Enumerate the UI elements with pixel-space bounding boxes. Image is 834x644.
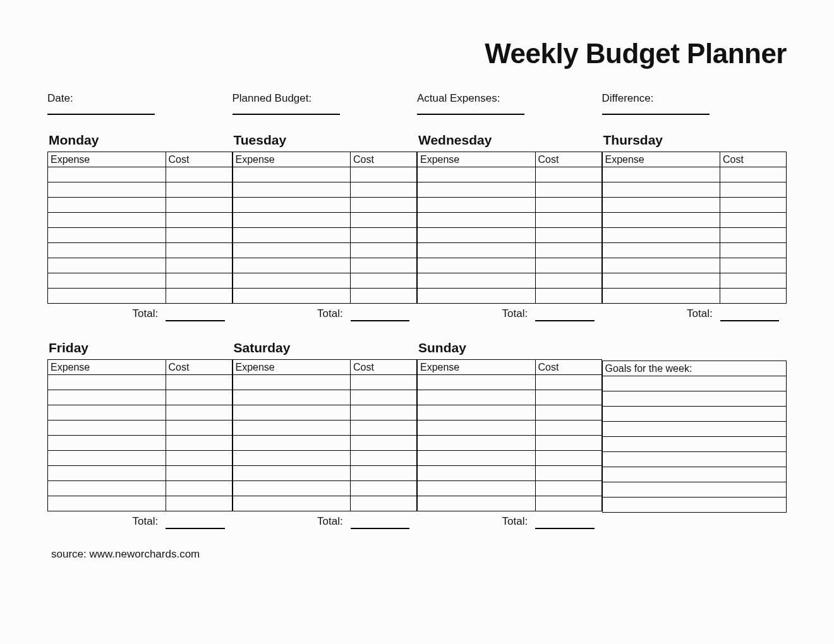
expense-cell[interactable] (602, 228, 720, 243)
expense-cell[interactable] (233, 390, 351, 405)
expense-cell[interactable] (418, 420, 536, 436)
expense-cell[interactable] (418, 213, 536, 228)
cost-cell[interactable] (166, 496, 232, 511)
expense-cell[interactable] (602, 258, 720, 273)
cost-cell[interactable] (351, 273, 417, 289)
cost-cell[interactable] (166, 273, 232, 289)
cost-cell[interactable] (166, 436, 232, 451)
cost-cell[interactable] (166, 228, 232, 243)
expense-cell[interactable] (233, 466, 351, 481)
total-underline[interactable] (535, 528, 595, 529)
expense-cell[interactable] (602, 289, 720, 304)
expense-cell[interactable] (602, 213, 720, 228)
total-underline[interactable] (166, 320, 225, 321)
expense-cell[interactable] (418, 273, 536, 289)
expense-cell[interactable] (48, 481, 166, 496)
cost-cell[interactable] (720, 243, 787, 258)
cost-cell[interactable] (535, 243, 601, 258)
cost-cell[interactable] (720, 289, 787, 304)
expense-cell[interactable] (418, 451, 536, 466)
cost-cell[interactable] (166, 466, 232, 481)
expense-cell[interactable] (233, 451, 351, 466)
expense-cell[interactable] (418, 466, 536, 481)
expense-cell[interactable] (233, 420, 351, 436)
cost-cell[interactable] (351, 375, 417, 390)
cost-cell[interactable] (535, 481, 601, 496)
expense-cell[interactable] (233, 243, 351, 258)
cost-cell[interactable] (351, 405, 417, 420)
cost-cell[interactable] (720, 198, 787, 213)
expense-cell[interactable] (418, 375, 536, 390)
expense-cell[interactable] (418, 258, 536, 273)
cost-cell[interactable] (351, 213, 417, 228)
cost-cell[interactable] (535, 496, 601, 511)
expense-cell[interactable] (48, 182, 166, 198)
expense-cell[interactable] (233, 436, 351, 451)
expense-cell[interactable] (418, 289, 536, 304)
difference-underline[interactable] (602, 114, 710, 115)
expense-cell[interactable] (48, 243, 166, 258)
expense-cell[interactable] (418, 182, 536, 198)
cost-cell[interactable] (166, 258, 232, 273)
expense-cell[interactable] (418, 243, 536, 258)
expense-cell[interactable] (233, 258, 351, 273)
cost-cell[interactable] (720, 228, 787, 243)
cost-cell[interactable] (166, 451, 232, 466)
expense-cell[interactable] (418, 436, 536, 451)
expense-cell[interactable] (48, 496, 166, 511)
expense-cell[interactable] (233, 167, 351, 182)
goals-cell[interactable] (602, 467, 787, 482)
expense-cell[interactable] (233, 273, 351, 289)
cost-cell[interactable] (535, 182, 601, 198)
cost-cell[interactable] (166, 375, 232, 390)
cost-cell[interactable] (166, 198, 232, 213)
expense-cell[interactable] (602, 167, 720, 182)
goals-cell[interactable] (602, 391, 787, 407)
expense-cell[interactable] (602, 273, 720, 289)
cost-cell[interactable] (166, 167, 232, 182)
total-underline[interactable] (351, 320, 410, 321)
total-underline[interactable] (351, 528, 410, 529)
cost-cell[interactable] (166, 243, 232, 258)
cost-cell[interactable] (166, 405, 232, 420)
goals-cell[interactable] (602, 376, 787, 391)
goals-cell[interactable] (602, 482, 787, 498)
cost-cell[interactable] (535, 390, 601, 405)
cost-cell[interactable] (351, 243, 417, 258)
expense-cell[interactable] (233, 405, 351, 420)
expense-cell[interactable] (48, 405, 166, 420)
cost-cell[interactable] (535, 466, 601, 481)
cost-cell[interactable] (166, 182, 232, 198)
expense-cell[interactable] (48, 420, 166, 436)
cost-cell[interactable] (351, 182, 417, 198)
expense-cell[interactable] (233, 481, 351, 496)
expense-cell[interactable] (48, 213, 166, 228)
expense-cell[interactable] (418, 405, 536, 420)
goals-cell[interactable] (602, 437, 787, 452)
expense-cell[interactable] (602, 182, 720, 198)
expense-cell[interactable] (48, 198, 166, 213)
cost-cell[interactable] (535, 167, 601, 182)
cost-cell[interactable] (166, 420, 232, 436)
expense-cell[interactable] (418, 228, 536, 243)
expense-cell[interactable] (418, 198, 536, 213)
cost-cell[interactable] (535, 405, 601, 420)
cost-cell[interactable] (351, 228, 417, 243)
expense-cell[interactable] (602, 198, 720, 213)
expense-cell[interactable] (418, 390, 536, 405)
cost-cell[interactable] (535, 436, 601, 451)
expense-cell[interactable] (418, 481, 536, 496)
expense-cell[interactable] (418, 167, 536, 182)
cost-cell[interactable] (166, 289, 232, 304)
cost-cell[interactable] (166, 481, 232, 496)
expense-cell[interactable] (233, 375, 351, 390)
cost-cell[interactable] (351, 258, 417, 273)
expense-cell[interactable] (48, 258, 166, 273)
expense-cell[interactable] (233, 289, 351, 304)
expense-cell[interactable] (233, 496, 351, 511)
cost-cell[interactable] (351, 390, 417, 405)
expense-cell[interactable] (602, 243, 720, 258)
expense-cell[interactable] (233, 182, 351, 198)
cost-cell[interactable] (535, 289, 601, 304)
cost-cell[interactable] (720, 258, 787, 273)
